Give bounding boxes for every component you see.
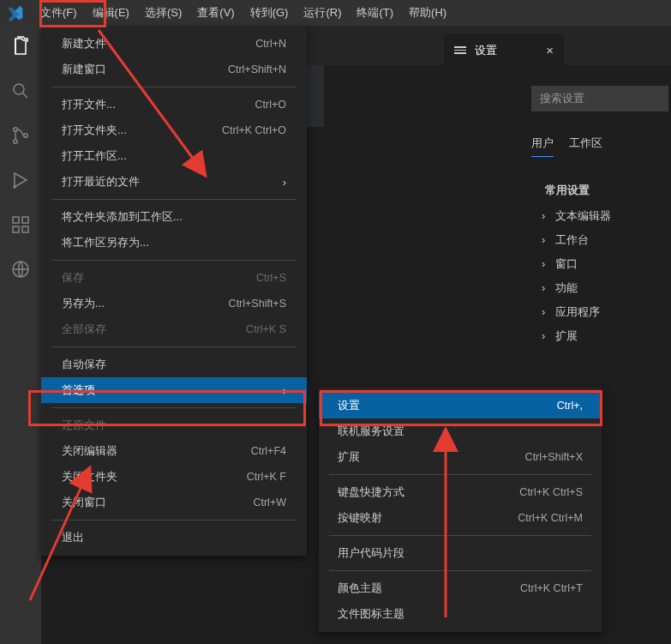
- file-menu-dropdown: 新建文件Ctrl+N 新建窗口Ctrl+Shift+N 打开文件...Ctrl+…: [41, 26, 307, 556]
- menu-go[interactable]: 转到(G): [243, 0, 297, 26]
- menu-open-workspace[interactable]: 打开工作区...: [41, 143, 307, 169]
- tree-node-text-editor[interactable]: ›文本编辑器: [542, 204, 611, 228]
- menu-sep: [51, 87, 297, 87]
- settings-scope-workspace[interactable]: 工作区: [569, 135, 602, 157]
- menu-new-file[interactable]: 新建文件Ctrl+N: [41, 31, 307, 57]
- menu-sep: [51, 199, 297, 200]
- source-control-icon[interactable]: [9, 123, 33, 147]
- menu-sep: [329, 474, 591, 475]
- submenu-user-snippets[interactable]: 用户代码片段: [319, 540, 602, 566]
- explorer-icon[interactable]: [9, 34, 33, 58]
- chevron-right-icon: ›: [542, 204, 550, 228]
- submenu-extensions[interactable]: 扩展Ctrl+Shift+X: [319, 444, 602, 470]
- submenu-icon-theme[interactable]: 文件图标主题: [319, 601, 602, 627]
- tree-node-common[interactable]: 常用设置: [542, 178, 611, 202]
- menu-file[interactable]: 文件(F): [33, 0, 85, 26]
- menu-add-folder[interactable]: 将文件夹添加到工作区...: [41, 204, 307, 230]
- tree-node-features[interactable]: ›功能: [542, 276, 611, 300]
- settings-search-placeholder: 搜索设置: [540, 91, 584, 106]
- settings-tab-label: 设置: [475, 43, 497, 58]
- svg-point-0: [14, 84, 24, 94]
- menu-save-as[interactable]: 另存为...Ctrl+Shift+S: [41, 291, 307, 316]
- menu-sep: [51, 346, 297, 347]
- submenu-color-theme[interactable]: 颜色主题Ctrl+K Ctrl+T: [319, 575, 602, 601]
- run-debug-icon[interactable]: [9, 168, 33, 192]
- menu-view[interactable]: 查看(V): [189, 0, 242, 26]
- menu-new-window[interactable]: 新建窗口Ctrl+Shift+N: [41, 57, 307, 82]
- svg-point-1: [14, 128, 17, 131]
- chevron-right-icon: ›: [542, 252, 550, 276]
- preferences-submenu: 设置Ctrl+, 联机服务设置 扩展Ctrl+Shift+X 键盘快捷方式Ctr…: [319, 388, 602, 632]
- tree-node-application[interactable]: ›应用程序: [542, 300, 611, 324]
- menu-close-folder[interactable]: 关闭文件夹Ctrl+K F: [41, 464, 307, 490]
- svg-rect-5: [13, 217, 19, 223]
- chevron-right-icon: ›: [283, 176, 286, 189]
- tree-node-workbench[interactable]: ›工作台: [542, 228, 611, 252]
- menu-help[interactable]: 帮助(H): [401, 0, 454, 26]
- vscode-logo-icon: [7, 4, 24, 21]
- title-bar: 文件(F) 编辑(E) 选择(S) 查看(V) 转到(G) 运行(R) 终端(T…: [0, 0, 671, 26]
- submenu-settings[interactable]: 设置Ctrl+,: [319, 393, 602, 418]
- search-icon[interactable]: [9, 79, 33, 103]
- menu-close-editor[interactable]: 关闭编辑器Ctrl+F4: [41, 438, 307, 464]
- menu-revert[interactable]: 还原文件: [41, 412, 307, 438]
- menu-open-folder[interactable]: 打开文件夹...Ctrl+K Ctrl+O: [41, 117, 307, 143]
- remote-icon[interactable]: [9, 257, 33, 281]
- activity-bar: [0, 26, 41, 644]
- menu-auto-save[interactable]: 自动保存: [41, 352, 307, 377]
- tree-node-extensions[interactable]: ›扩展: [542, 324, 611, 348]
- settings-scope-user[interactable]: 用户: [531, 135, 554, 157]
- settings-outline-tree: 常用设置 ›文本编辑器 ›工作台 ›窗口 ›功能 ›应用程序 ›扩展: [542, 178, 611, 348]
- menu-terminal[interactable]: 终端(T): [349, 0, 401, 26]
- submenu-keymaps[interactable]: 按键映射Ctrl+K Ctrl+M: [319, 505, 602, 531]
- menu-close-window[interactable]: 关闭窗口Ctrl+W: [41, 490, 307, 515]
- menu-edit[interactable]: 编辑(E): [85, 0, 137, 26]
- menu-open-recent[interactable]: 打开最近的文件›: [41, 169, 307, 195]
- menu-open-file[interactable]: 打开文件...Ctrl+O: [41, 92, 307, 117]
- svg-point-3: [24, 134, 27, 137]
- close-icon[interactable]: ×: [546, 43, 554, 57]
- chevron-right-icon: ›: [283, 384, 286, 397]
- menu-save-workspace-as[interactable]: 将工作区另存为...: [41, 230, 307, 256]
- svg-rect-8: [22, 217, 28, 223]
- menu-sep: [329, 570, 591, 571]
- submenu-keyboard-shortcuts[interactable]: 键盘快捷方式Ctrl+K Ctrl+S: [319, 479, 602, 505]
- tree-node-window[interactable]: ›窗口: [542, 252, 611, 276]
- submenu-online-services[interactable]: 联机服务设置: [319, 418, 602, 444]
- menu-save[interactable]: 保存Ctrl+S: [41, 265, 307, 291]
- menu-sep: [329, 535, 591, 536]
- extensions-icon[interactable]: [9, 213, 33, 237]
- tab-settings[interactable]: 设置 ×: [444, 34, 564, 65]
- menu-sep: [51, 520, 297, 521]
- chevron-right-icon: ›: [542, 300, 550, 324]
- settings-search-input[interactable]: 搜索设置: [531, 86, 668, 111]
- svg-rect-6: [13, 226, 19, 232]
- settings-tab-icon: [454, 46, 466, 54]
- menu-preferences[interactable]: 首选项›: [41, 377, 307, 403]
- menu-sep: [51, 260, 297, 261]
- menu-select[interactable]: 选择(S): [137, 0, 189, 26]
- svg-rect-7: [22, 226, 28, 232]
- menu-exit[interactable]: 退出: [41, 525, 307, 551]
- chevron-right-icon: ›: [542, 228, 550, 252]
- menu-run[interactable]: 运行(R): [296, 0, 349, 26]
- menu-sep: [51, 407, 297, 408]
- svg-point-2: [14, 140, 17, 143]
- chevron-right-icon: ›: [542, 324, 550, 348]
- settings-scope-tabs: 用户 工作区: [531, 135, 602, 157]
- chevron-right-icon: ›: [542, 276, 550, 300]
- menu-save-all[interactable]: 全部保存Ctrl+K S: [41, 316, 307, 342]
